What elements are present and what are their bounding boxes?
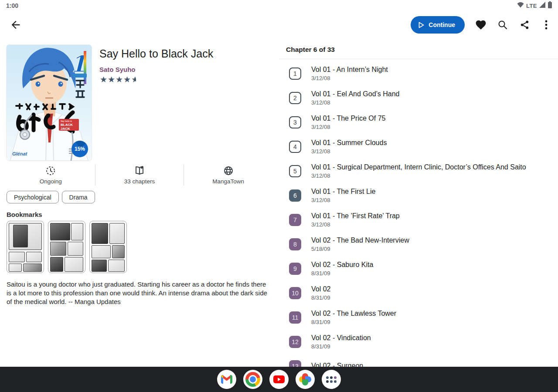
chapter-row[interactable]: 2 Vol 01 - Eel And God’s Hand 3/12/08 — [279, 86, 558, 110]
status-label: Ongoing — [40, 178, 62, 185]
globe-icon — [223, 165, 234, 176]
share-icon[interactable] — [519, 19, 530, 30]
chapter-date: 3/12/08 — [311, 99, 400, 106]
chapter-title: Vol 02 - The Bad New-Interview — [311, 237, 409, 244]
chapter-number-badge[interactable]: 11 — [289, 311, 301, 324]
chapter-title: Vol 01 - Summer Clouds — [311, 139, 387, 147]
favorite-heart-icon[interactable] — [475, 19, 487, 30]
chapter-progress-heading: Chapter 6 of 33 — [279, 41, 558, 59]
chapter-date: 3/12/08 — [311, 148, 387, 155]
chapter-row[interactable]: 9 Vol 02 - Saburo Kita 8/31/09 — [279, 257, 558, 281]
source-cell[interactable]: MangaTown — [184, 165, 272, 186]
chapter-title: Vol 02 - Saburo Kita — [311, 261, 373, 269]
clock: 1:00 — [6, 2, 18, 9]
bookmarks-heading: Bookmarks — [7, 211, 42, 218]
chapter-number-badge[interactable]: 10 — [289, 287, 301, 299]
search-icon[interactable] — [497, 19, 508, 30]
book-icon — [134, 165, 145, 176]
chapter-date: 3/12/08 — [311, 124, 385, 130]
chapter-count-label: 33 chapters — [124, 178, 155, 185]
chapter-row[interactable]: 11 Vol 02 - The Lawless Tower 8/31/09 — [279, 305, 558, 330]
status-bar: 1:00 LTE — [0, 0, 558, 11]
chapter-row[interactable]: 4 Vol 01 - Summer Clouds 3/12/08 — [279, 135, 558, 159]
chapter-date: 8/31/09 — [311, 294, 330, 301]
svg-text:1: 1 — [70, 51, 86, 77]
chapter-number-badge[interactable]: 6 — [289, 189, 301, 202]
chapter-title: Vol 02 - Vindication — [311, 334, 371, 342]
chapter-row[interactable]: 1 Vol 01 - An Intern’s Night 3/12/08 — [279, 61, 558, 86]
chapter-row[interactable]: 6 Vol 01 - The First Lie 3/12/08 — [279, 183, 558, 208]
chapter-number-badge[interactable]: 8 — [289, 238, 301, 250]
app-bar: Continue — [0, 13, 558, 37]
genre-chips: Psychological Drama — [7, 191, 95, 203]
chapter-row[interactable]: 10 Vol 02 8/31/09 — [279, 281, 558, 305]
chapter-date: 3/12/08 — [311, 75, 388, 81]
chapter-number-badge[interactable]: 12 — [289, 336, 301, 348]
chapter-date: 3/12/08 — [311, 197, 375, 203]
info-row: Ongoing 33 chapters MangaTown — [7, 165, 272, 186]
chapter-number-badge[interactable]: 1 — [289, 68, 301, 80]
manga-details-pane: 1 — [0, 41, 279, 367]
svg-text:BLACK: BLACK — [61, 123, 73, 127]
chapter-title: Vol 01 - The Price Of 75 — [311, 115, 385, 122]
wifi-icon — [517, 2, 524, 10]
page-title: Say Hello to Black Jack — [99, 47, 213, 60]
chapter-date: 3/12/08 — [311, 221, 400, 228]
battery-icon — [548, 1, 552, 10]
half-star-icon: ★ — [131, 74, 136, 84]
chrome-app-icon[interactable] — [243, 370, 262, 389]
chapter-date: 5/18/09 — [311, 246, 409, 252]
chapter-list: 1 Vol 01 - An Intern’s Night 3/12/08 2 V… — [279, 59, 558, 378]
chapter-count-cell: 33 chapters — [95, 165, 184, 186]
chapter-date: 3/12/08 — [311, 172, 526, 179]
lte-label: LTE — [526, 3, 537, 9]
bookmark-thumbnails — [7, 221, 127, 273]
youtube-app-icon[interactable] — [269, 370, 289, 389]
photos-app-icon[interactable] — [296, 370, 315, 389]
chapter-title: Vol 02 — [311, 285, 330, 293]
chapter-date: 8/31/09 — [311, 319, 396, 325]
bookmark-thumbnail-3[interactable] — [89, 221, 127, 273]
bookmark-thumbnail-1[interactable] — [7, 221, 44, 273]
chapter-number-badge[interactable]: 7 — [289, 214, 301, 226]
continue-button[interactable]: Continue — [411, 16, 465, 34]
chapter-title: Vol 01 - An Intern’s Night — [311, 66, 388, 74]
cover-image[interactable]: 1 — [7, 45, 92, 161]
chapter-title: Vol 01 - Eel And God’s Hand — [311, 90, 400, 98]
manga-author[interactable]: Sato Syuho — [99, 66, 136, 73]
source-label: MangaTown — [212, 178, 244, 185]
chapter-number-badge[interactable]: 5 — [289, 165, 301, 177]
manga-description: Saitou is a young doctor who just gradua… — [7, 280, 270, 306]
chapter-row[interactable]: 8 Vol 02 - The Bad New-Interview 5/18/09 — [279, 232, 558, 257]
chapter-title: Vol 02 - The Lawless Tower — [311, 310, 396, 318]
chapter-date: 8/31/09 — [311, 343, 371, 350]
genre-chip-psychological[interactable]: Psychological — [7, 191, 59, 203]
svg-text:JACK: JACK — [61, 127, 70, 131]
chapter-row[interactable]: 7 Vol 01 - The ’First Rate’ Trap 3/12/08 — [279, 208, 558, 232]
play-icon — [418, 22, 424, 28]
chapter-number-badge[interactable]: 9 — [289, 263, 301, 275]
bookmark-thumbnail-2[interactable] — [48, 221, 85, 273]
chapter-row[interactable]: 5 Vol 01 - Surgical Department, Intern C… — [279, 159, 558, 183]
gmail-app-icon[interactable] — [217, 370, 236, 389]
svg-text:Glénat: Glénat — [12, 151, 28, 156]
download-progress-badge: 15% — [71, 141, 88, 157]
chapter-date: 8/31/09 — [311, 270, 373, 277]
status-cell: Ongoing — [7, 165, 95, 186]
app-drawer-icon[interactable] — [322, 370, 341, 389]
chapter-row[interactable]: 12 Vol 02 - Vindication 8/31/09 — [279, 330, 558, 354]
chapter-title: Vol 01 - Surgical Department, Intern Cli… — [311, 163, 526, 171]
chapter-number-badge[interactable]: 2 — [289, 92, 301, 104]
star-rating: ★★★★★ — [100, 74, 136, 84]
genre-chip-drama[interactable]: Drama — [62, 191, 95, 203]
signal-icon — [539, 2, 546, 10]
back-icon[interactable] — [10, 19, 22, 31]
chapter-number-badge[interactable]: 4 — [289, 141, 301, 153]
chapter-row[interactable]: 3 Vol 01 - The Price Of 75 3/12/08 — [279, 110, 558, 135]
chapter-title: Vol 01 - The ’First Rate’ Trap — [311, 212, 400, 220]
chapter-number-badge[interactable]: 3 — [289, 116, 301, 128]
svg-text:Say hello to: Say hello to — [61, 120, 72, 122]
chapter-list-pane: Chapter 6 of 33 1 Vol 01 - An Intern’s N… — [279, 41, 558, 392]
overflow-menu-icon[interactable] — [541, 19, 552, 30]
taskbar-dock — [0, 367, 558, 392]
